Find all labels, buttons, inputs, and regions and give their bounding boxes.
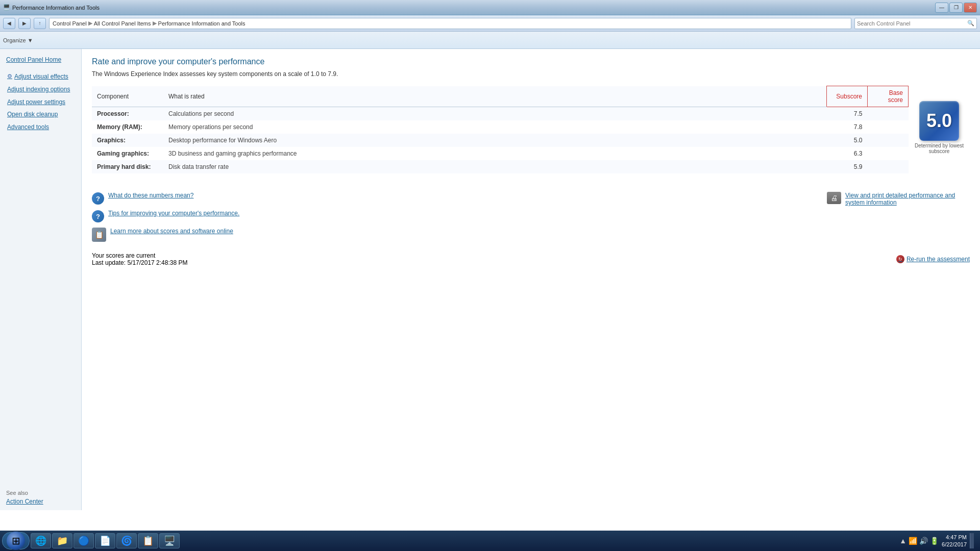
link-tips-text[interactable]: Tips for improving your computer's perfo… xyxy=(108,210,239,217)
sidebar-control-panel-home[interactable]: Control Panel Home xyxy=(0,54,81,65)
back-button[interactable]: ◀ xyxy=(3,18,15,29)
question-icon-1: ? xyxy=(92,192,104,205)
rerun-label: Re-run the assessment xyxy=(906,256,970,263)
tray-time-display: 4:47 PM xyxy=(942,534,967,541)
gaming-graphics-score: 6.3 xyxy=(827,147,868,160)
close-button[interactable]: ✕ xyxy=(964,3,977,13)
view-print-text[interactable]: View and print detailed performance and … xyxy=(845,192,970,206)
taskbar-app-chrome[interactable]: 🔵 xyxy=(74,533,94,548)
taskbar-app-misc2[interactable]: 🖥️ xyxy=(159,533,180,548)
status-line1: Your scores are current xyxy=(92,252,187,259)
taskbar-app-misc1[interactable]: 📋 xyxy=(138,533,158,548)
link-row-numbers: ? What do these numbers mean? xyxy=(92,192,827,205)
table-row: Graphics: Desktop performance for Window… xyxy=(92,134,909,147)
link-row-learn: 📋 Learn more about scores and software o… xyxy=(92,228,827,242)
sidebar-item-advanced-tools[interactable]: Advanced tools xyxy=(0,121,81,134)
subscore-header[interactable]: Subscore xyxy=(827,86,868,107)
link-row-tips: ? Tips for improving your computer's per… xyxy=(92,210,827,222)
tray-arrow-icon[interactable]: ▲ xyxy=(899,537,906,545)
graphics-score: 5.0 xyxy=(827,134,868,147)
tray-volume-icon[interactable]: 🔊 xyxy=(919,537,928,545)
learn-icon: 📋 xyxy=(92,228,106,242)
tray-clock[interactable]: 4:47 PM 6/22/2017 xyxy=(942,534,967,548)
organize-button[interactable]: Organize ▼ xyxy=(3,37,33,43)
sidebar-nav: ⚙ Adjust visual effects Adjust indexing … xyxy=(0,70,81,134)
memory-label: Memory (RAM): xyxy=(92,120,163,134)
status-section: Your scores are current Last update: 5/1… xyxy=(92,252,970,266)
sidebar-item-visual-effects[interactable]: ⚙ Adjust visual effects xyxy=(0,70,81,83)
visual-effects-icon: ⚙ xyxy=(7,72,12,80)
hard-disk-score: 5.9 xyxy=(827,160,868,173)
status-text: Your scores are current Last update: 5/1… xyxy=(92,252,187,266)
base-score-label: Determined by lowest subscore xyxy=(909,143,970,154)
base-score-box: 5.0 xyxy=(919,101,959,141)
title-bar: 🖥️ Performance Information and Tools — ❐… xyxy=(0,0,980,15)
toolbar: Organize ▼ xyxy=(0,32,980,49)
breadcrumb-part2[interactable]: All Control Panel Items xyxy=(94,20,151,27)
taskbar: ⊞ 🌐 📁 🔵 📄 🌀 📋 🖥️ ▲ 📶 🔊 🔋 4:47 PM 6/22/20… xyxy=(0,531,980,551)
breadcrumb-sep1: ▶ xyxy=(88,20,92,27)
sidebar: Control Panel Home ⚙ Adjust visual effec… xyxy=(0,49,82,510)
memory-score: 7.8 xyxy=(827,120,868,134)
search-box[interactable]: 🔍 xyxy=(854,18,977,29)
tray-date-display: 6/22/2017 xyxy=(942,541,967,548)
question-icon-2: ? xyxy=(92,210,104,222)
show-desktop-button[interactable] xyxy=(970,533,974,548)
processor-description: Calculations per second xyxy=(163,107,827,121)
breadcrumb-part1[interactable]: Control Panel xyxy=(53,20,87,27)
window-icon: 🖥️ xyxy=(3,4,10,11)
links-section: ? What do these numbers mean? ? Tips for… xyxy=(92,192,970,242)
rerun-assessment-button[interactable]: ↻ Re-run the assessment xyxy=(896,255,970,263)
sidebar-action-center[interactable]: Action Center xyxy=(6,498,76,505)
breadcrumb-part3[interactable]: Performance Information and Tools xyxy=(158,20,246,27)
gaming-graphics-label: Gaming graphics: xyxy=(92,147,163,160)
main-layout: Control Panel Home ⚙ Adjust visual effec… xyxy=(0,49,980,510)
breadcrumb-sep2: ▶ xyxy=(153,20,157,27)
link-learn-text[interactable]: Learn more about scores and software onl… xyxy=(110,228,233,235)
hard-disk-description: Disk data transfer rate xyxy=(163,160,827,173)
up-button[interactable]: ↑ xyxy=(34,18,46,29)
sidebar-item-power-settings[interactable]: Adjust power settings xyxy=(0,96,81,109)
restore-button[interactable]: ❐ xyxy=(949,3,963,13)
tray-network-icon[interactable]: 📶 xyxy=(909,537,917,545)
table-header-row: Component What is rated Subscore Base sc… xyxy=(92,86,909,107)
memory-base-cell xyxy=(868,120,909,134)
sidebar-item-disk-cleanup[interactable]: Open disk cleanup xyxy=(0,108,81,121)
system-tray: ▲ 📶 🔊 🔋 4:47 PM 6/22/2017 xyxy=(895,533,978,548)
see-also-label: See also xyxy=(6,490,76,496)
graphics-base-cell xyxy=(868,134,909,147)
link-numbers-text[interactable]: What do these numbers mean? xyxy=(108,192,193,199)
tray-icons: ▲ 📶 🔊 🔋 xyxy=(899,537,939,545)
table-row: Primary hard disk: Disk data transfer ra… xyxy=(92,160,909,173)
title-bar-left: 🖥️ Performance Information and Tools xyxy=(3,4,100,11)
search-icon: 🔍 xyxy=(967,20,974,27)
start-button[interactable]: ⊞ xyxy=(2,532,30,549)
taskbar-app-word[interactable]: 📄 xyxy=(95,533,115,548)
search-input[interactable] xyxy=(857,20,967,27)
table-section: Component What is rated Subscore Base sc… xyxy=(92,86,909,184)
taskbar-app-explorer[interactable]: 📁 xyxy=(52,533,72,548)
rerun-icon: ↻ xyxy=(896,255,904,263)
gaming-graphics-base-cell xyxy=(868,147,909,160)
page-title: Rate and improve your computer's perform… xyxy=(92,57,970,66)
base-score-value: 5.0 xyxy=(926,110,952,132)
printer-icon: 🖨 xyxy=(827,192,841,204)
view-print-link[interactable]: 🖨 View and print detailed performance an… xyxy=(827,192,970,206)
tray-battery-icon[interactable]: 🔋 xyxy=(930,537,939,545)
links-right: 🖨 View and print detailed performance an… xyxy=(827,192,970,242)
sidebar-item-indexing-options[interactable]: Adjust indexing options xyxy=(0,83,81,96)
page-subtitle: The Windows Experience Index assesses ke… xyxy=(92,70,970,78)
minimize-button[interactable]: — xyxy=(935,3,948,13)
what-rated-header: What is rated xyxy=(163,86,827,107)
breadcrumb[interactable]: Control Panel ▶ All Control Panel Items … xyxy=(49,18,851,29)
links-left: ? What do these numbers mean? ? Tips for… xyxy=(92,192,827,242)
memory-description: Memory operations per second xyxy=(163,120,827,134)
basescore-header[interactable]: Base score xyxy=(868,86,909,107)
performance-section: Component What is rated Subscore Base sc… xyxy=(92,86,970,184)
processor-base-cell xyxy=(868,107,909,121)
gaming-graphics-description: 3D business and gaming graphics performa… xyxy=(163,147,827,160)
taskbar-app-ie[interactable]: 🌐 xyxy=(31,533,51,548)
taskbar-app-edge[interactable]: 🌀 xyxy=(116,533,137,548)
forward-button[interactable]: ▶ xyxy=(18,18,31,29)
hard-disk-base-cell xyxy=(868,160,909,173)
